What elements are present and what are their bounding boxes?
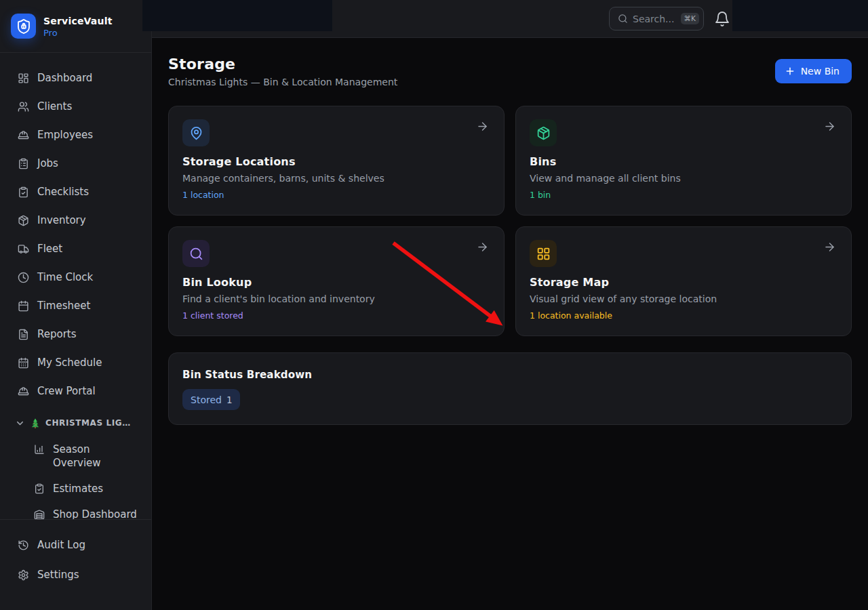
sidebar-item-label: Clients: [37, 100, 72, 113]
search-icon: [618, 14, 628, 24]
layout-grid-icon: [536, 247, 551, 261]
sidebar-item-label: Checklists: [37, 186, 89, 198]
sidebar-item-clients[interactable]: Clients: [8, 95, 143, 118]
sidebar-item-label: Crew Portal: [37, 385, 96, 397]
sidebar-subitem-estimates[interactable]: Estimates: [8, 476, 143, 501]
card-stat: 1 location: [182, 189, 490, 201]
cards-grid: Storage LocationsManage containers, barn…: [168, 106, 852, 336]
sidebar-item-label: Dashboard: [37, 72, 92, 84]
settings-icon: [18, 569, 29, 581]
sidebar-item-label: Timesheet: [37, 300, 90, 312]
history-icon: [18, 540, 29, 551]
plus-icon: [785, 66, 795, 77]
sidebar: ServiceVault Pro DashboardClientsEmploye…: [0, 0, 152, 610]
brand-name: ServiceVault: [43, 15, 113, 28]
file-text-icon: [18, 329, 29, 340]
sidebar-item-fleet[interactable]: Fleet: [8, 237, 143, 260]
card-title: Storage Map: [530, 275, 837, 290]
badge-count: 1: [226, 394, 233, 405]
card-storage-locations[interactable]: Storage LocationsManage containers, barn…: [168, 106, 505, 216]
sidebar-section-label: CHRISTMAS LIG…: [45, 418, 131, 428]
card-description: Visual grid view of any storage location: [530, 292, 837, 306]
clock-icon: [18, 272, 29, 283]
package-icon: [536, 126, 551, 140]
search-icon: [189, 247, 203, 261]
brand-text: ServiceVault Pro: [43, 15, 113, 38]
bin-status-breakdown-card: Bin Status Breakdown Stored1: [168, 352, 852, 425]
arrow-right-icon: [476, 120, 489, 133]
status-badge-stored: Stored1: [182, 389, 240, 410]
app-root: ServiceVault Pro DashboardClientsEmploye…: [0, 0, 868, 610]
sidebar-item-employees[interactable]: Employees: [8, 123, 143, 146]
topbar: Search... ⌘K: [152, 0, 868, 38]
calendar-icon: [18, 300, 29, 312]
sidebar-nav: DashboardClientsEmployeesJobsChecklistsI…: [0, 53, 151, 519]
page-subtitle: Christmas Lights — Bin & Location Manage…: [168, 75, 397, 89]
sidebar-item-inventory[interactable]: Inventory: [8, 209, 143, 232]
sidebar-item-label: Time Clock: [37, 271, 93, 283]
card-icon-chip: [530, 240, 557, 267]
hard-hat-icon: [18, 386, 29, 397]
search-placeholder: Search...: [633, 14, 676, 24]
map-pin-icon: [189, 126, 203, 140]
card-storage-map[interactable]: Storage MapVisual grid view of any stora…: [515, 226, 852, 336]
card-icon-chip: [182, 119, 210, 146]
card-title: Bin Lookup: [182, 275, 490, 290]
clipboard-list-icon: [18, 158, 29, 169]
sidebar-item-label: Employees: [37, 129, 93, 141]
sidebar-item-label: Inventory: [37, 214, 86, 226]
main-content: Storage Christmas Lights — Bin & Locatio…: [152, 38, 868, 610]
chevron-down-icon: [15, 418, 25, 428]
sidebar-subitem-shop-dashboard[interactable]: Shop Dashboard: [8, 502, 143, 519]
sidebar-item-checklists[interactable]: Checklists: [8, 180, 143, 203]
sidebar-item-audit-log[interactable]: Audit Log: [8, 533, 143, 556]
card-description: View and manage all client bins: [530, 171, 837, 185]
card-title: Bins: [530, 155, 837, 169]
notifications-button[interactable]: [714, 11, 730, 27]
bell-icon: [714, 11, 730, 27]
sidebar-item-label: Audit Log: [37, 539, 85, 551]
brand[interactable]: ServiceVault Pro: [0, 0, 151, 53]
card-description: Manage containers, barns, units & shelve…: [182, 171, 490, 185]
search-kbd-shortcut: ⌘K: [681, 13, 699, 24]
sidebar-item-label: Fleet: [37, 243, 62, 255]
sidebar-subitem-season-overview[interactable]: Season Overview: [8, 437, 143, 475]
sidebar-item-dashboard[interactable]: Dashboard: [8, 66, 143, 89]
badge-label: Stored: [191, 394, 222, 405]
page-header: Storage Christmas Lights — Bin & Locatio…: [168, 54, 852, 89]
sidebar-item-my-schedule[interactable]: My Schedule: [8, 351, 143, 374]
sidebar-section-christmas-lights[interactable]: CHRISTMAS LIG…: [8, 412, 143, 434]
sidebar-item-label: Reports: [37, 328, 77, 340]
card-icon-chip: [182, 240, 210, 267]
sidebar-item-crew-portal[interactable]: Crew Portal: [8, 380, 143, 403]
arrow-right-icon: [476, 241, 489, 253]
breakdown-title: Bin Status Breakdown: [182, 368, 837, 382]
sidebar-item-timesheet[interactable]: Timesheet: [8, 294, 143, 317]
sidebar-item-jobs[interactable]: Jobs: [8, 152, 143, 175]
card-description: Find a client's bin location and invento…: [182, 292, 490, 306]
card-stat: 1 client stored: [182, 310, 490, 321]
clipboard-check-icon: [34, 483, 45, 494]
card-bin-lookup[interactable]: Bin LookupFind a client's bin location a…: [168, 226, 505, 336]
layout-dashboard-icon: [18, 73, 29, 84]
arrow-right-icon: [823, 241, 836, 253]
sidebar-item-label: Settings: [37, 569, 79, 581]
page-title: Storage: [168, 54, 397, 75]
sidebar-item-label: Jobs: [37, 157, 58, 169]
sidebar-item-reports[interactable]: Reports: [8, 323, 143, 346]
clipboard-check-icon: [18, 186, 29, 198]
arrow-right-icon: [823, 120, 836, 133]
sidebar-item-label: My Schedule: [37, 357, 102, 369]
new-bin-button[interactable]: New Bin: [775, 59, 852, 83]
search-input[interactable]: Search... ⌘K: [609, 7, 704, 30]
sidebar-subitem-label: Shop Dashboard: [53, 508, 137, 519]
sidebar-subitem-label: Estimates: [53, 482, 103, 495]
card-bins[interactable]: BinsView and manage all client bins1 bin: [515, 106, 852, 216]
sidebar-item-settings[interactable]: Settings: [8, 563, 143, 586]
sidebar-item-time-clock[interactable]: Time Clock: [8, 266, 143, 289]
hard-hat-icon: [18, 129, 29, 141]
sidebar-footer: Audit LogSettings: [0, 519, 151, 610]
users-icon: [18, 101, 29, 113]
calendar-days-icon: [18, 357, 29, 369]
card-title: Storage Locations: [182, 155, 490, 169]
